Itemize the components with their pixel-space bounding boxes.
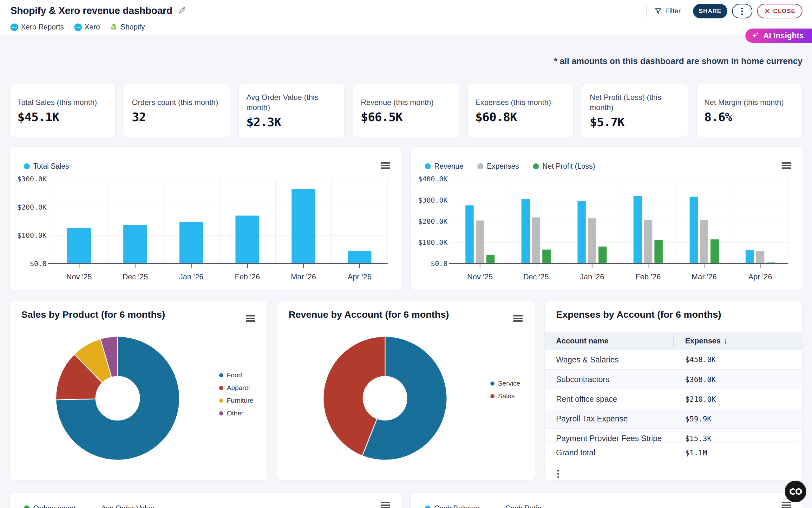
sparkle-icon	[751, 31, 760, 40]
more-options-button[interactable]	[732, 4, 753, 18]
expenses-value-cell: $59.9K	[674, 415, 802, 423]
filter-button[interactable]: Filter	[651, 4, 683, 18]
legend-dot-marker	[219, 398, 223, 403]
legend-dot-marker	[490, 394, 494, 398]
close-x-icon	[764, 8, 770, 14]
chart-menu-button[interactable]	[380, 162, 390, 169]
kpi-row: Total Sales (this month) $45.1K Orders c…	[9, 84, 803, 137]
kpi-avg-order-value: Avg Order Value (this month) $2.3K	[239, 84, 345, 137]
legend-label: Orders count	[33, 504, 76, 508]
legend-dot-marker	[533, 163, 539, 169]
expenses-by-account-panel: Expenses by Account (for 6 months) Accou…	[544, 301, 803, 480]
svg-text:Nov '25: Nov '25	[467, 272, 493, 281]
table-row: Payment Provider Fees Stripe$15.3K	[544, 428, 802, 443]
revenue-by-account-panel: Revenue by Account (for 6 months) Servic…	[277, 301, 535, 480]
orders-aov-chart-panel: Orders countAvg Order Value	[9, 493, 402, 508]
chart-legend: Orders countAvg Order Value	[24, 504, 155, 508]
legend-item[interactable]: Total Sales	[24, 162, 69, 171]
chart-menu-button[interactable]	[781, 162, 791, 169]
svg-text:$300.0K: $300.0K	[17, 175, 47, 183]
legend-item[interactable]: Cash Ratio	[493, 504, 541, 508]
chart-legend: ServiceSales	[490, 380, 520, 400]
legend-label: Revenue	[434, 162, 463, 171]
legend-item[interactable]: Food	[219, 371, 253, 379]
legend-dot-marker	[425, 163, 431, 169]
ai-insights-button[interactable]: AI Insights	[745, 29, 812, 43]
coupler-floating-button[interactable]: CO	[785, 481, 806, 502]
source-tags: xero Xero Reports xero Xero S Shopify	[10, 23, 145, 31]
svg-text:Dec '25: Dec '25	[122, 272, 148, 281]
legend-label: Expenses	[487, 162, 519, 171]
svg-text:Dec '25: Dec '25	[523, 272, 549, 281]
svg-text:Nov '25: Nov '25	[66, 272, 92, 281]
cash-chart-panel: Cash BalanceCash Ratio	[410, 493, 803, 508]
column-header-expenses[interactable]: Expenses ↓	[674, 335, 802, 347]
svg-text:Mar '26: Mar '26	[691, 272, 717, 281]
legend-label: Sales	[498, 392, 515, 400]
legend-item[interactable]: Revenue	[425, 162, 463, 171]
kpi-orders-count: Orders count (this month) 32	[124, 84, 230, 137]
share-button[interactable]: SHARE	[693, 4, 727, 18]
chart-menu-button[interactable]	[513, 315, 523, 322]
expenses-value-cell: $210.0K	[674, 395, 802, 404]
legend-label: Food	[227, 371, 242, 379]
legend-item[interactable]: Net Profit (Loss)	[533, 162, 595, 171]
legend-item[interactable]: Sales	[490, 392, 520, 400]
legend-item[interactable]: Cash Balance	[425, 504, 480, 508]
table-title: Expenses by Account (for 6 months)	[556, 309, 721, 320]
legend-dot-marker	[490, 381, 494, 386]
tag-xero-reports: xero Xero Reports	[10, 23, 64, 31]
svg-text:Apr '26: Apr '26	[348, 272, 371, 281]
close-button[interactable]: CLOSE	[757, 4, 803, 18]
svg-text:$0.0: $0.0	[30, 260, 47, 268]
legend-item[interactable]: Service	[490, 380, 520, 387]
kebab-icon	[741, 8, 743, 9]
expenses-value-cell: $368.0K	[674, 375, 802, 384]
legend-label: Cash Balance	[434, 504, 480, 508]
legend-dot-marker	[477, 163, 483, 169]
grand-total-row: Grand total $1.1M	[544, 443, 802, 462]
legend-item[interactable]: Orders count	[24, 504, 76, 508]
chart-menu-button[interactable]	[246, 315, 255, 322]
legend-dot-marker	[219, 411, 223, 415]
currency-note: * all amounts on this dashboard are show…	[554, 56, 803, 66]
kpi-net-margin: Net Margin (this month) 8.6%	[696, 84, 803, 137]
svg-text:$200.0K: $200.0K	[418, 217, 448, 225]
table-kebab-menu[interactable]	[557, 470, 559, 478]
divider	[646, 5, 647, 17]
legend-item[interactable]: Avg Order Value	[89, 504, 155, 508]
edit-title-button[interactable]	[177, 6, 187, 15]
kpi-revenue: Revenue (this month) $66.5K	[353, 84, 459, 137]
legend-item[interactable]: Furniture	[219, 397, 253, 404]
svg-text:$100.0K: $100.0K	[17, 231, 47, 240]
svg-text:$200.0K: $200.0K	[17, 203, 47, 211]
svg-text:$300.0K: $300.0K	[418, 196, 448, 204]
legend-item[interactable]: Other	[219, 409, 253, 417]
legend-item[interactable]: Expenses	[477, 162, 519, 171]
dashboard-page: Shopify & Xero revenue dashboard xero Xe…	[0, 0, 812, 508]
table-row: Subcontractors$368.0K	[544, 370, 802, 389]
chart-menu-button[interactable]	[781, 502, 791, 508]
legend-dot-marker	[219, 373, 223, 377]
sales-by-product-panel: Sales by Product (for 6 months) FoodAppa…	[9, 301, 268, 480]
legend-item[interactable]: Apparel	[219, 384, 253, 392]
tag-shopify: S Shopify	[110, 23, 145, 31]
legend-label: Service	[498, 380, 520, 387]
revenue-expenses-chart-panel: Nov '25Dec '25Jan '26Feb '26Mar '26Apr '…	[410, 146, 803, 290]
divider	[688, 5, 688, 17]
legend-dot-marker	[219, 386, 223, 390]
legend-label: Net Profit (Loss)	[542, 162, 595, 171]
chart-legend: Cash BalanceCash Ratio	[425, 504, 541, 508]
legend-label: Furniture	[227, 397, 253, 404]
legend-label: Apparel	[227, 384, 250, 392]
table-row: Wages & Salaries$458.0K	[544, 350, 802, 370]
svg-text:$0.0: $0.0	[431, 260, 448, 268]
svg-text:Jan '26: Jan '26	[580, 272, 604, 281]
chart-menu-button[interactable]	[380, 502, 390, 508]
account-name-cell: Subcontractors	[544, 375, 674, 384]
svg-text:S: S	[112, 26, 114, 29]
xero-icon: xero	[10, 24, 18, 31]
sort-desc-icon: ↓	[724, 336, 728, 345]
column-header-account-name[interactable]: Account name	[544, 336, 674, 345]
kpi-net-profit: Net Profit (Loss) (this month) $5.7K	[582, 84, 688, 137]
